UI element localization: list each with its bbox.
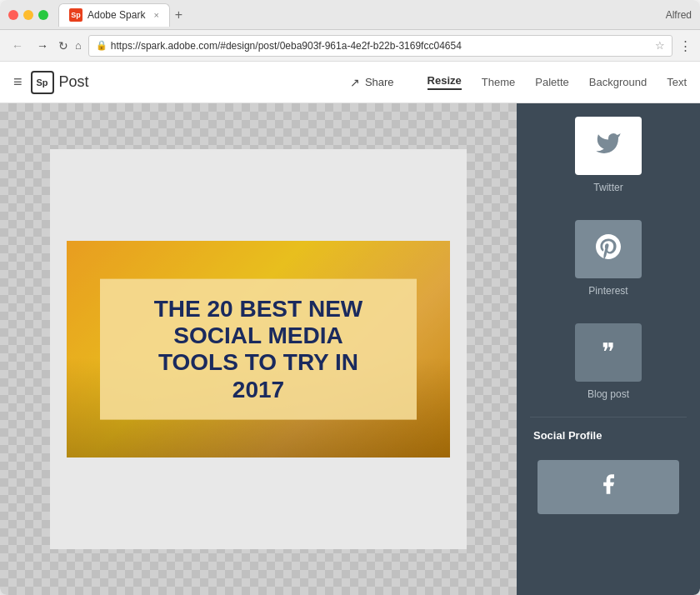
user-name: Alfred: [666, 9, 692, 21]
new-tab-button[interactable]: +: [175, 8, 182, 22]
sidebar-divider: [530, 417, 687, 418]
blog-post-option-button[interactable]: ❞: [575, 323, 642, 382]
traffic-lights: [8, 10, 48, 20]
ssl-icon: 🔒: [96, 40, 108, 51]
post-text-box: THE 20 BEST NEW SOCIAL MEDIA TOOLS TO TR…: [100, 279, 417, 420]
app-logo: Sp Post: [31, 71, 89, 94]
pinterest-icon: [596, 234, 621, 265]
tab-favicon: Sp: [69, 8, 82, 22]
sidebar-item-pinterest: Pinterest: [517, 207, 700, 310]
pinterest-option-button[interactable]: [575, 220, 642, 278]
nav-theme[interactable]: Theme: [482, 76, 515, 88]
close-button[interactable]: [8, 10, 18, 20]
twitter-label: Twitter: [593, 182, 622, 193]
pinterest-label: Pinterest: [588, 285, 628, 297]
twitter-icon: [595, 130, 622, 162]
sidebar-item-blog-post: ❞ Blog post: [517, 310, 700, 413]
post-image[interactable]: THE 20 BEST NEW SOCIAL MEDIA TOOLS TO TR…: [67, 241, 450, 458]
minimize-button[interactable]: [23, 10, 33, 20]
sidebar-section-title: Social Profile: [517, 421, 700, 447]
share-label: Share: [365, 76, 394, 88]
app-name: Post: [59, 73, 89, 91]
hamburger-menu-button[interactable]: ≡: [13, 73, 22, 91]
browser-tab[interactable]: Sp Adobe Spark ×: [58, 3, 170, 27]
forward-button[interactable]: →: [33, 38, 52, 54]
facebook-icon: [597, 472, 620, 502]
sidebar-item-facebook: [517, 447, 700, 528]
tab-title: Adobe Spark: [88, 9, 145, 21]
tab-area: Sp Adobe Spark × +: [58, 3, 666, 27]
twitter-option-button[interactable]: [575, 117, 642, 175]
nav-background[interactable]: Background: [589, 76, 647, 88]
maximize-button[interactable]: [38, 10, 48, 20]
browser-menu-button[interactable]: ⋮: [679, 38, 692, 53]
main-content: THE 20 BEST NEW SOCIAL MEDIA TOOLS TO TR…: [0, 103, 700, 595]
canvas-inner: THE 20 BEST NEW SOCIAL MEDIA TOOLS TO TR…: [50, 149, 467, 549]
back-button[interactable]: ←: [8, 38, 27, 54]
url-text: https://spark.adobe.com/#design/post/0eb…: [111, 40, 652, 52]
blog-post-label: Blog post: [588, 388, 629, 400]
sidebar: Twitter Pinterest ❞ Blog post: [517, 103, 700, 595]
bookmark-icon[interactable]: ☆: [655, 39, 665, 52]
toolbar-nav: Resize Theme Palette Background Text: [428, 74, 687, 90]
home-button[interactable]: ⌂: [75, 39, 82, 52]
app-toolbar: ≡ Sp Post ↗ Share Resize Theme Palette B…: [0, 62, 700, 103]
sidebar-item-twitter: Twitter: [517, 103, 700, 207]
address-bar: ← → ↻ ⌂ 🔒 https://spark.adobe.com/#desig…: [0, 30, 700, 62]
nav-resize[interactable]: Resize: [428, 74, 462, 90]
share-icon: ↗: [350, 76, 360, 89]
refresh-button[interactable]: ↻: [58, 39, 68, 52]
tab-close-button[interactable]: ×: [153, 10, 158, 20]
nav-text[interactable]: Text: [667, 76, 687, 88]
title-bar: Sp Adobe Spark × + Alfred: [0, 0, 700, 30]
logo-box: Sp: [31, 71, 54, 94]
post-title: THE 20 BEST NEW SOCIAL MEDIA TOOLS TO TR…: [125, 296, 392, 403]
nav-palette[interactable]: Palette: [535, 76, 568, 88]
url-bar[interactable]: 🔒 https://spark.adobe.com/#design/post/0…: [88, 35, 672, 57]
facebook-option-button[interactable]: [538, 460, 679, 514]
share-button[interactable]: ↗ Share: [350, 76, 394, 89]
canvas-area: THE 20 BEST NEW SOCIAL MEDIA TOOLS TO TR…: [0, 103, 517, 595]
quote-icon: ❞: [602, 340, 615, 365]
browser-window: Sp Adobe Spark × + Alfred ← → ↻ ⌂ 🔒 http…: [0, 0, 700, 595]
